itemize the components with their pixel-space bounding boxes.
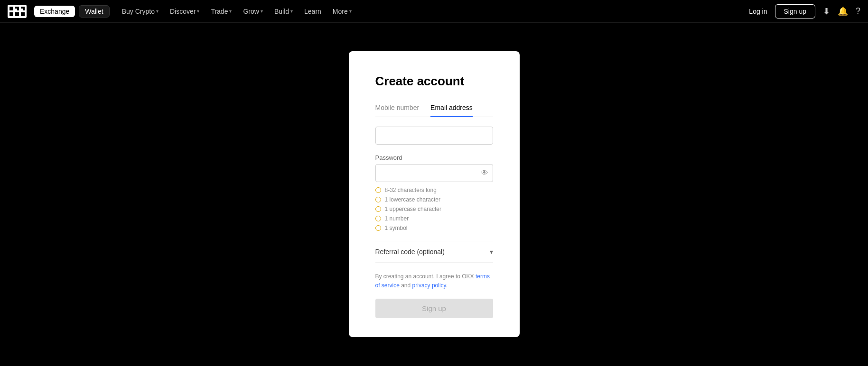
logo[interactable]	[8, 5, 27, 18]
referral-chevron-icon: ▾	[490, 248, 493, 256]
help-icon[interactable]: ?	[856, 6, 860, 16]
trade-chevron-icon: ▾	[229, 9, 232, 14]
privacy-policy-link[interactable]: privacy policy	[412, 282, 446, 289]
req-symbol: 1 symbol	[375, 225, 493, 231]
password-input[interactable]	[375, 164, 493, 182]
login-button[interactable]: Log in	[749, 8, 767, 15]
nav-more[interactable]: More ▾	[328, 5, 356, 18]
password-label: Password	[375, 154, 493, 161]
email-input-wrapper	[375, 127, 493, 145]
referral-code-row[interactable]: Referral code (optional) ▾	[375, 241, 493, 263]
email-input[interactable]	[375, 127, 493, 145]
discover-chevron-icon: ▾	[197, 9, 199, 14]
nav-trade[interactable]: Trade ▾	[206, 5, 236, 18]
buy-crypto-chevron-icon: ▾	[156, 9, 159, 14]
req-length-circle	[375, 187, 381, 193]
password-input-group: Password 👁 8-32 characters long 1 lowerc…	[375, 154, 493, 231]
svg-rect-8	[19, 9, 23, 12]
header-right: Log in Sign up ⬇ 🔔 ?	[749, 4, 860, 18]
submit-signup-button[interactable]: Sign up	[375, 299, 493, 318]
header-signup-button[interactable]: Sign up	[775, 4, 815, 18]
exchange-tab[interactable]: Exchange	[34, 6, 75, 17]
grow-chevron-icon: ▾	[261, 9, 263, 14]
req-symbol-circle	[375, 225, 381, 231]
terms-text: By creating an account, I agree to OKX t…	[375, 272, 493, 290]
download-icon[interactable]: ⬇	[823, 6, 830, 17]
wallet-tab[interactable]: Wallet	[79, 5, 109, 18]
header: Exchange Wallet Buy Crypto ▾ Discover ▾ …	[0, 0, 868, 23]
req-length: 8-32 characters long	[375, 187, 493, 193]
password-requirements: 8-32 characters long 1 lowercase charact…	[375, 187, 493, 231]
account-type-tabs: Mobile number Email address	[375, 104, 493, 117]
svg-rect-7	[13, 9, 17, 12]
tab-mobile[interactable]: Mobile number	[375, 104, 420, 117]
req-number-circle	[375, 216, 381, 221]
req-uppercase: 1 uppercase character	[375, 206, 493, 212]
password-input-wrapper: 👁	[375, 164, 493, 182]
bell-icon[interactable]: 🔔	[838, 6, 848, 17]
req-lowercase-circle	[375, 197, 381, 202]
svg-rect-4	[15, 12, 19, 16]
tab-email[interactable]: Email address	[430, 104, 473, 117]
toggle-password-icon[interactable]: 👁	[481, 169, 488, 177]
svg-rect-2	[9, 12, 13, 16]
svg-rect-6	[21, 12, 25, 16]
referral-label: Referral code (optional)	[375, 248, 445, 256]
svg-rect-1	[9, 7, 13, 10]
req-number: 1 number	[375, 215, 493, 222]
main-content: Create account Mobile number Email addre…	[0, 23, 868, 366]
req-lowercase: 1 lowercase character	[375, 196, 493, 203]
nav-discover[interactable]: Discover ▾	[165, 5, 204, 18]
nav-learn[interactable]: Learn	[299, 5, 326, 18]
main-nav: Buy Crypto ▾ Discover ▾ Trade ▾ Grow ▾ B…	[117, 5, 356, 18]
nav-grow[interactable]: Grow ▾	[238, 5, 267, 18]
email-input-group	[375, 127, 493, 145]
nav-build[interactable]: Build ▾	[270, 5, 298, 18]
build-chevron-icon: ▾	[290, 9, 293, 14]
nav-buy-crypto[interactable]: Buy Crypto ▾	[117, 5, 163, 18]
card-title: Create account	[375, 74, 493, 89]
req-uppercase-circle	[375, 206, 381, 212]
create-account-card: Create account Mobile number Email addre…	[349, 51, 520, 337]
more-chevron-icon: ▾	[349, 9, 352, 14]
